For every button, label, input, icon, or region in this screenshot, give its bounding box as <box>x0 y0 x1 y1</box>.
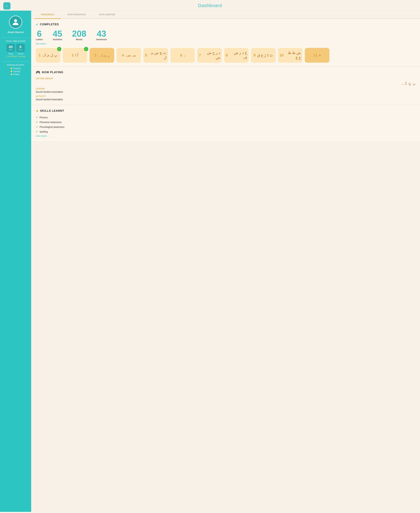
stat-words: 208 Words <box>72 29 86 41</box>
struggle-spelling: Spelling <box>11 70 21 73</box>
card-letters-6: ، <box>184 53 185 58</box>
card-num-3: 3 <box>94 53 96 57</box>
back-arrow-icon: ← <box>5 4 9 8</box>
card-letters-1: پ ل م کے <box>42 53 57 58</box>
card-check-icon-1: ✓ <box>57 47 61 51</box>
card-num-10: 10 <box>280 53 284 57</box>
now-playing-header: 🎮 NOW PLAYING <box>36 70 415 74</box>
skill-check-icon-2: ✓ <box>36 125 38 128</box>
card-letters-8: خ ذ ز ض ف <box>229 51 247 60</box>
show-details-text: show details <box>36 135 47 137</box>
card-letters-3: پ چ گ ہ <box>98 53 109 58</box>
stat-letters: 6 Letters <box>36 29 43 41</box>
card-num-7: 7 <box>199 53 201 57</box>
back-button[interactable]: ← <box>3 2 10 9</box>
struggle-dot-writing <box>11 74 12 75</box>
time-today-box: 40 mins <box>6 44 15 52</box>
stat-sentences-num: 43 <box>96 29 107 38</box>
lesson-value: Sound Symbol Association <box>36 90 415 93</box>
struggle-dot-spelling <box>11 71 12 72</box>
chevron-up-icon: ⌃ <box>46 43 48 45</box>
avatar <box>9 15 22 29</box>
letter-card-5[interactable]: 5ت چ س ن ل <box>143 48 168 63</box>
sidebar-divider <box>2 38 30 38</box>
time-today-unit: mins <box>8 49 13 51</box>
struggle-writing: Writing <box>11 73 21 75</box>
sidebar: Anum Haroon TOTAL TIME PLAYED 40 mins 6 … <box>0 11 31 512</box>
card-num-9: 9 <box>254 53 256 57</box>
clock-icon: ◯ <box>6 55 8 57</box>
letter-card-7[interactable]: 7د ر ح ش ص <box>197 48 222 63</box>
stat-sentences: 43 Sentences <box>96 29 107 41</box>
user-name: Anum Haroon <box>8 31 24 33</box>
tabs: PROGRESS PERFORMANCE DIVE DEEPER <box>31 11 420 19</box>
card-letters-4: مے سے <box>126 53 136 58</box>
lesson-label: LESSON <box>36 88 415 90</box>
struggles-label: STRUGGLES WITH <box>7 64 24 66</box>
stat-activities-num: 45 <box>53 29 62 38</box>
letter-group-value: پ چ گ ہ <box>36 80 415 86</box>
page-title: Dashboard <box>198 3 222 8</box>
time-today-value: 40 <box>8 45 13 49</box>
main-layout: Anum Haroon TOTAL TIME PLAYED 40 mins 6 … <box>0 11 420 512</box>
letter-card-2[interactable]: 2آ ا✓ <box>63 48 87 63</box>
letter-card-11[interactable]: 11ء <box>305 48 330 63</box>
hide-details-text: hide details <box>36 43 46 45</box>
skill-check-icon-0: ✓ <box>36 116 38 119</box>
overall-label: Overall <box>16 53 25 55</box>
letter-card-9[interactable]: 9ٹ ڈ ڑ غ ق <box>251 48 276 63</box>
last-played: ◯ Last Played: 1 hour ago <box>6 55 26 57</box>
show-details-link[interactable]: show details ⌄ <box>36 135 415 137</box>
tab-performance[interactable]: PERFORMANCE <box>61 11 93 19</box>
time-period-labels: Today Overall <box>2 53 30 55</box>
letter-card-8[interactable]: 8خ ذ ز ض ف <box>224 48 249 63</box>
tab-dive-deeper[interactable]: DIVE DEEPER <box>93 11 122 19</box>
last-played-text: Last Played: 1 hour ago <box>8 55 26 57</box>
letter-cards-grid: 1پ ل م کے✓2آ ا✓3پ چ گ ہ4مے سے5ت چ س ن ل6… <box>36 48 415 63</box>
gamepad-icon: 🎮 <box>36 70 40 74</box>
stat-words-label: Words <box>72 38 86 41</box>
time-boxes: 40 mins 6 hours <box>6 44 25 52</box>
letter-group-label: LETTER GROUP <box>36 77 415 80</box>
today-label: Today <box>6 53 15 55</box>
letter-card-4[interactable]: 4مے سے <box>116 48 141 63</box>
card-num-6: 6 <box>180 53 182 57</box>
activity-value: Sound Symbol Association <box>36 98 415 101</box>
skills-header: ★ SKILLS LEARNT <box>36 109 415 113</box>
card-num-8: 8 <box>226 53 228 57</box>
time-overall-unit: hours <box>18 49 23 51</box>
struggle-reading: Reading <box>11 67 21 70</box>
skills-section: ★ SKILLS LEARNT ✓Phonics✓Phonemic Awaren… <box>31 105 420 141</box>
skill-check-icon-1: ✓ <box>36 121 38 124</box>
card-num-11: 11 <box>314 53 317 57</box>
stat-activities: 45 Activities <box>53 29 62 41</box>
star-icon: ★ <box>36 109 39 113</box>
letter-card-1[interactable]: 1پ ل م کے✓ <box>36 48 60 63</box>
activity-label: ACTIVITY <box>36 95 415 97</box>
skill-check-icon-3: ✓ <box>36 130 38 133</box>
letter-card-3[interactable]: 3پ چ گ ہ <box>90 48 114 63</box>
card-letters-2: آ ا <box>75 53 78 58</box>
sidebar-divider-2 <box>2 61 30 62</box>
card-letters-10: ش ط ظ ع غ <box>285 51 301 60</box>
card-num-5: 5 <box>145 53 147 57</box>
card-num-2: 2 <box>72 53 74 57</box>
skill-label-2: Phonological awareness <box>39 126 65 128</box>
skill-label-3: Spelling <box>39 130 48 133</box>
completed-title: COMPLETED <box>40 23 59 26</box>
struggle-writing-label: Writing <box>13 73 19 75</box>
skill-item-0: ✓Phonics <box>36 116 415 119</box>
card-letters-5: ت چ س ن ل <box>149 51 166 60</box>
tab-progress[interactable]: PROGRESS <box>34 11 61 19</box>
letter-card-10[interactable]: 10ش ط ظ ع غ <box>278 48 302 63</box>
skills-title: SKILLS LEARNT <box>40 109 64 112</box>
letter-card-6[interactable]: 6، <box>170 48 195 63</box>
stat-sentences-label: Sentences <box>96 38 107 41</box>
chevron-down-icon: ⌄ <box>47 135 49 137</box>
skill-label-0: Phonics <box>39 116 48 119</box>
struggle-reading-label: Reading <box>13 67 21 70</box>
skill-item-3: ✓Spelling <box>36 130 415 133</box>
stat-letters-label: Letters <box>36 38 43 41</box>
hide-details-link[interactable]: hide details ⌃ <box>36 43 415 45</box>
time-overall-box: 6 hours <box>16 44 25 52</box>
